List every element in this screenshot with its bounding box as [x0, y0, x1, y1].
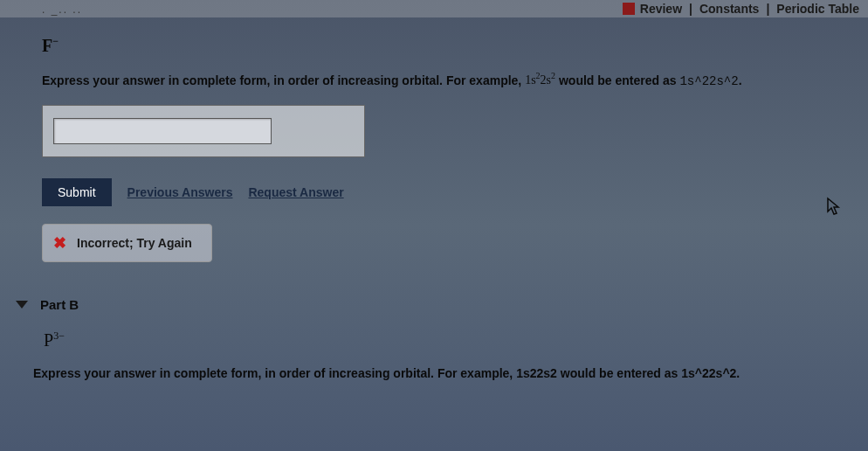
request-answer-link[interactable]: Request Answer [248, 185, 343, 199]
part-b-header[interactable]: Part B [16, 297, 842, 312]
ion-symbol-a: F− [42, 35, 842, 56]
button-row: Submit Previous Answers Request Answer [42, 178, 842, 206]
top-bar: Review | Constants | Periodic Table [0, 0, 868, 17]
instruction-b: Express your answer in complete form, in… [33, 366, 842, 380]
truncated-header: . _.. .. [42, 3, 82, 16]
separator: | [766, 2, 769, 16]
review-link[interactable]: Review [640, 2, 682, 16]
incorrect-icon: ✖ [53, 233, 66, 253]
flag-icon [623, 3, 635, 15]
previous-answers-link[interactable]: Previous Answers [127, 185, 233, 199]
content-area: F− Express your answer in complete form,… [0, 17, 868, 398]
separator: | [689, 2, 692, 16]
constants-link[interactable]: Constants [699, 2, 759, 16]
submit-button[interactable]: Submit [42, 178, 112, 206]
periodic-table-link[interactable]: Periodic Table [776, 2, 859, 16]
answer-input[interactable] [53, 118, 272, 144]
feedback-box: ✖ Incorrect; Try Again [42, 224, 212, 262]
answer-input-container [42, 105, 365, 157]
cursor-icon [826, 197, 842, 220]
ion-symbol-b: P3− [44, 330, 842, 350]
feedback-text: Incorrect; Try Again [77, 236, 192, 250]
instruction-a: Express your answer in complete form, in… [42, 72, 842, 88]
part-b-title: Part B [40, 297, 79, 312]
collapse-icon [16, 301, 28, 309]
